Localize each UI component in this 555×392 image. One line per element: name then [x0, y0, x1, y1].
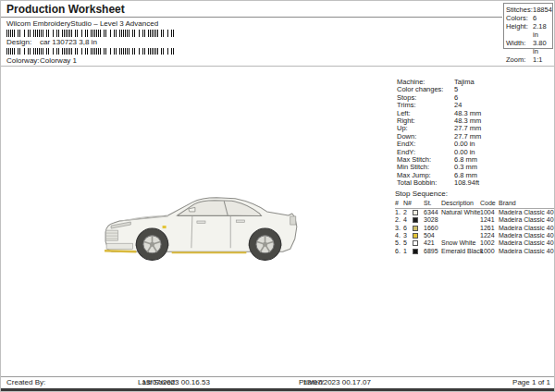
footer-divider: [1, 376, 555, 377]
row-description: [441, 232, 480, 239]
row-code: 1000: [480, 248, 499, 255]
stat-label: Zoom:: [506, 55, 533, 64]
stat-row: Height:2.18 in: [506, 22, 550, 39]
stat-label: Colors:: [506, 14, 533, 22]
last-saved-value: 13/07/2023 00.16.53: [142, 378, 209, 386]
design-value: car 130723 3,8 in: [40, 38, 228, 46]
design-preview: [99, 173, 314, 267]
row-num: 2.: [395, 216, 403, 224]
stat-row: Colors:6: [506, 14, 550, 22]
col-swatch: [413, 200, 424, 207]
row-brand: Madeira Classic 40: [499, 225, 554, 232]
row-code: 1224: [480, 232, 499, 239]
row-brand: Madeira Classic 40: [499, 232, 554, 239]
machine-label: Total Bobbin:: [397, 179, 454, 187]
colorway-value: Colorway 1: [40, 56, 228, 65]
stop-sequence-header: # N# St. Description Code Brand: [395, 200, 554, 208]
last-saved: Last Saved: 13/07/2023 00.16.53: [138, 378, 142, 386]
stop-sequence-row: 2. 4 3028 1241 Madeira Classic 40: [395, 216, 554, 224]
car-fender-badge: [163, 226, 166, 228]
col-brand: Brand: [499, 200, 554, 207]
row-code: 1261: [480, 225, 499, 232]
machine-row: Color changes:5: [397, 86, 554, 93]
row-num: 1.: [395, 209, 403, 216]
machine-row: Stops:6: [397, 94, 554, 102]
col-num: #: [395, 200, 403, 207]
row-num: 3.: [395, 225, 403, 232]
row-num: 5.: [395, 239, 403, 247]
thread-color-swatch: [413, 249, 418, 254]
machine-row: Down:27.7 mm: [397, 133, 554, 141]
thread-color-swatch: [413, 233, 418, 239]
thread-color-swatch: [413, 217, 418, 223]
stat-label: Width:: [506, 39, 533, 55]
col-needle: N#: [403, 200, 413, 207]
row-needle: 2: [403, 209, 413, 216]
stop-sequence-row: 6. 1 6895 Emerald Black 1000 Madeira Cla…: [395, 248, 554, 255]
row-num: 6.: [395, 248, 403, 255]
stat-value: 18854: [533, 6, 552, 14]
row-stitches: 421: [424, 239, 441, 247]
row-description: [441, 216, 480, 224]
col-code: Code: [480, 200, 499, 207]
row-needle: 5: [403, 239, 413, 247]
row-brand: Madeira Classic 40: [499, 216, 554, 224]
stat-label: Height:: [506, 22, 533, 39]
colorway-label: Colorway:: [6, 56, 40, 65]
stop-sequence-title: Stop Sequence:: [395, 190, 554, 198]
row-description: Natural White: [441, 209, 480, 216]
machine-value: 108.94ft: [454, 179, 554, 187]
row-stitches: 3028: [424, 216, 441, 224]
app-subtitle: Wilcom EmbroideryStudio – Level 3 Advanc…: [6, 19, 158, 28]
header-divider: [1, 66, 555, 67]
stat-row: Stitches:18854: [506, 6, 550, 14]
row-needle: 3: [403, 232, 413, 239]
row-needle: 1: [403, 248, 413, 255]
design-stats-box: Stitches:18854 Colors:6 Height:2.18 in W…: [503, 3, 553, 49]
car-rear-wheel: [249, 228, 280, 260]
design-row: Design: car 130723 3,8 in: [6, 38, 228, 46]
stat-label: Stitches:: [506, 6, 533, 14]
printed-value: 13/07/2023 00.17.07: [302, 378, 370, 386]
stat-value: 1:1: [533, 55, 550, 64]
car-front-wheel: [136, 228, 167, 260]
machine-value: 5: [454, 86, 554, 93]
colorway-barcode: [6, 48, 175, 55]
machine-row: EndX:0.00 in: [397, 141, 554, 148]
machine-info-panel: Machine:Tajima Color changes:5 Stops:6 T…: [397, 79, 554, 188]
row-stitches: 6344: [424, 209, 441, 216]
col-stitches: St.: [424, 200, 441, 207]
machine-value: 6: [454, 94, 554, 102]
row-stitches: 504: [424, 232, 441, 239]
colorway-row: Colorway: Colorway 1: [6, 56, 228, 65]
thread-color-swatch: [413, 240, 418, 246]
page-title: Production Worksheet: [6, 3, 125, 16]
row-code: 1002: [480, 239, 499, 247]
car-splitter-accent: [105, 251, 136, 251]
row-brand: Madeira Classic 40: [499, 239, 554, 247]
row-description: [441, 225, 480, 232]
stop-sequence-panel: Stop Sequence: # N# St. Description Code…: [395, 190, 554, 255]
car-grille: [106, 230, 118, 240]
row-stitches: 1660: [424, 225, 441, 232]
stat-value: 2.18 in: [533, 22, 550, 39]
title-divider: [1, 17, 502, 18]
row-brand: Madeira Classic 40: [499, 248, 554, 255]
page-bottom-bar: [1, 388, 555, 392]
car-taillight: [290, 216, 296, 225]
stop-sequence-row: 5. 5 421 Snow White 1002 Madeira Classic…: [395, 239, 554, 247]
stop-sequence-row: 4. 3 504 1224 Madeira Classic 40: [395, 232, 554, 239]
col-description: Description: [441, 200, 480, 207]
stop-sequence-row: 1. 2 6344 Natural White 1004 Madeira Cla…: [395, 209, 554, 216]
row-needle: 6: [403, 225, 413, 232]
design-label: Design:: [6, 38, 40, 46]
row-num: 4.: [395, 232, 403, 239]
row-brand: Madeira Classic 40: [499, 209, 554, 216]
row-description: Emerald Black: [441, 248, 480, 255]
design-preview-car: [99, 173, 314, 267]
production-worksheet-page: Production Worksheet Wilcom EmbroiderySt…: [0, 0, 555, 392]
row-needle: 4: [403, 216, 413, 224]
design-barcode: [6, 30, 175, 37]
row-code: 1241: [480, 216, 499, 224]
printed: Printed: 13/07/2023 00.17.07: [299, 378, 302, 386]
